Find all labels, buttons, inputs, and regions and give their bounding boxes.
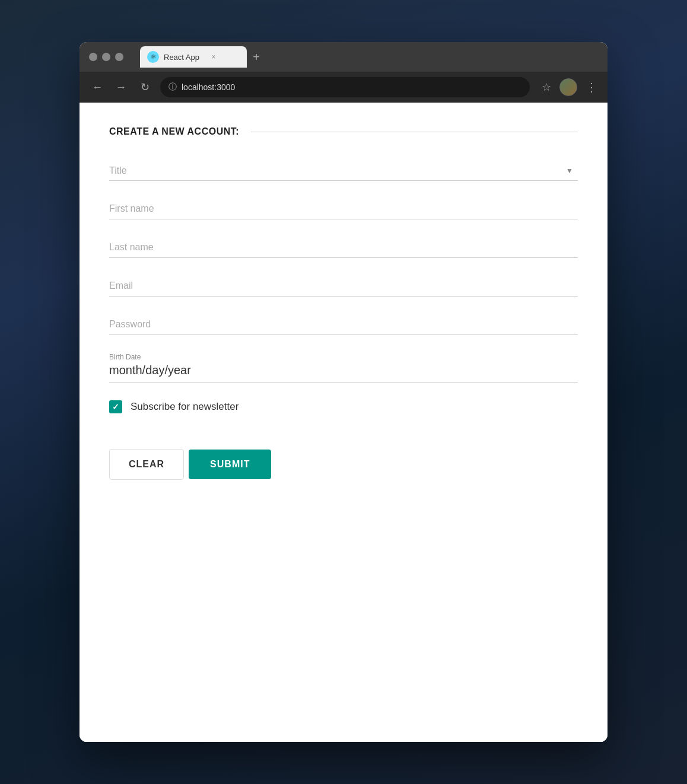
page-content: CREATE A NEW ACCOUNT: Title Mr. Mrs. Ms.… [79,103,608,742]
address-text: localhost:3000 [182,82,235,92]
react-icon: ⚛ [147,51,159,63]
birth-date-label: Birth Date [109,353,578,361]
first-name-input[interactable] [109,199,578,219]
password-field[interactable] [109,314,578,335]
address-icons: ☆ ⋮ [542,78,598,96]
browser-tab[interactable]: ⚛ React App × [140,46,247,68]
title-select-wrapper[interactable]: Title Mr. Mrs. Ms. Dr. ▼ [109,161,578,181]
last-name-field[interactable] [109,237,578,258]
title-field[interactable]: Title Mr. Mrs. Ms. Dr. ▼ [109,161,578,181]
first-name-field[interactable] [109,199,578,219]
clear-button[interactable]: CLEAR [109,449,184,480]
heading-divider [251,132,578,132]
newsletter-label: Subscribe for newsletter [131,401,238,413]
button-row: CLEAR SUBMIT [109,449,578,480]
traffic-light-minimize[interactable] [102,53,110,61]
address-bar-row: ← → ↻ ⓘ localhost:3000 ☆ ⋮ [79,72,608,103]
tab-title: React App [164,53,199,62]
forward-button[interactable]: → [113,81,129,94]
traffic-lights [89,53,123,61]
new-tab-button[interactable]: + [247,47,266,66]
traffic-light-close[interactable] [89,53,97,61]
form-heading: CREATE A NEW ACCOUNT: [109,126,578,137]
form-title: CREATE A NEW ACCOUNT: [109,126,239,137]
bookmark-icon[interactable]: ☆ [542,81,551,94]
newsletter-row[interactable]: ✓ Subscribe for newsletter [109,400,578,413]
title-bar: ⚛ React App × + [79,42,608,72]
last-name-input[interactable] [109,237,578,258]
reload-button[interactable]: ↻ [136,81,153,94]
birth-date-value[interactable]: month/day/year [109,364,578,383]
info-icon: ⓘ [168,82,177,93]
address-bar[interactable]: ⓘ localhost:3000 [160,77,530,97]
tab-area: ⚛ React App × + [140,46,598,68]
checkmark-icon: ✓ [112,402,119,412]
password-input[interactable] [109,314,578,335]
email-input[interactable] [109,276,578,297]
newsletter-checkbox[interactable]: ✓ [109,400,122,413]
user-avatar[interactable] [559,78,577,96]
birth-date-field[interactable]: Birth Date month/day/year [109,353,578,383]
tab-close-button[interactable]: × [209,52,218,62]
email-field[interactable] [109,276,578,297]
back-button[interactable]: ← [89,81,106,94]
menu-icon[interactable]: ⋮ [586,80,598,94]
title-select[interactable]: Title Mr. Mrs. Ms. Dr. [109,161,578,181]
browser-window: ⚛ React App × + ← → ↻ ⓘ localhost:3000 ☆… [79,42,608,742]
traffic-light-maximize[interactable] [115,53,123,61]
submit-button[interactable]: SUBMIT [189,450,271,479]
